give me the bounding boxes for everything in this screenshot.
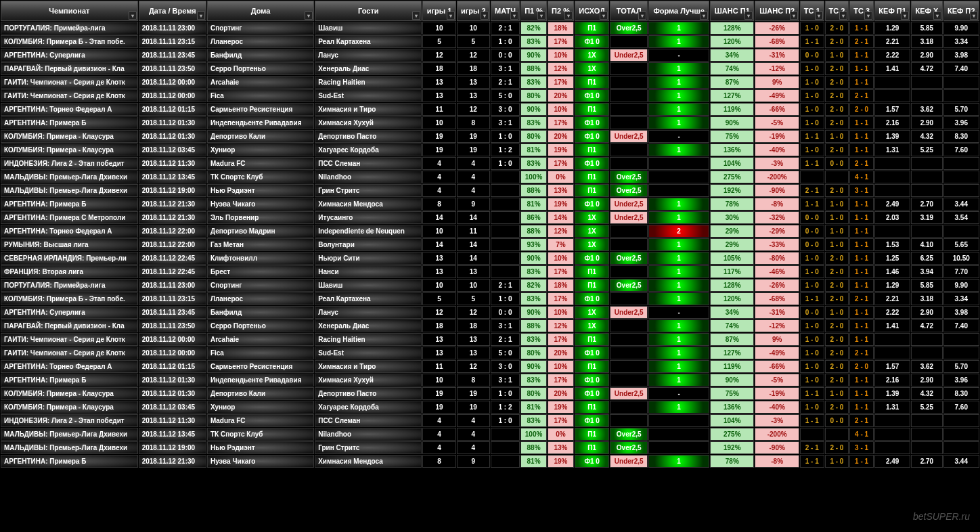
p2-pct: 10% (548, 360, 574, 373)
away-team: Депортиво Пасто (315, 387, 422, 400)
match-score (491, 198, 520, 210)
col-header[interactable]: игры 2 (457, 1, 490, 21)
table-row[interactable]: АРГЕНТИНА: Примера Б2018.11.12 21:30Нуэв… (1, 198, 979, 210)
table-row[interactable]: МАЛЬДИВЫ: Премьер-Лига Дхивехи2018.11.12… (1, 184, 979, 197)
filter-dropdown-icon[interactable] (481, 12, 489, 20)
col-header[interactable]: ИСХОД (575, 1, 609, 21)
championship: АРГЕНТИНА: Суперлига (1, 49, 138, 62)
filter-dropdown-icon[interactable] (970, 12, 978, 20)
table-row[interactable]: АРГЕНТИНА: Суперлига2018.11.11 23:45Банф… (1, 306, 979, 319)
col-header[interactable]: ШАНС П2 (755, 1, 799, 21)
ts2: 0 - 0 (825, 414, 849, 427)
chance-p1: 87% (710, 76, 754, 89)
col-header[interactable]: Гости (315, 1, 422, 21)
filter-dropdown-icon[interactable] (447, 12, 455, 20)
championship: ПОРТУГАЛИЯ: Примейра-лига (1, 22, 138, 35)
col-header[interactable]: КЕФ П1 (874, 1, 910, 21)
table-row[interactable]: ГАИТИ: Чемпионат - Серия де Клотк2018.11… (1, 347, 979, 359)
col-header[interactable]: ТОТАЛ (610, 1, 648, 21)
table-row[interactable]: КОЛУМБИЯ: Примера Б - Этап побе.2018.11.… (1, 292, 979, 305)
table-row[interactable]: АРГЕНТИНА: Примера Б2018.11.12 01:30Инде… (1, 374, 979, 386)
table-row[interactable]: ПАРАГВАЙ: Первый дивизион - Кла2018.11.1… (1, 319, 979, 332)
table-row[interactable]: ГАИТИ: Чемпионат - Серия де Клотк2018.11… (1, 333, 979, 346)
col-header[interactable]: ТС 2 (825, 1, 849, 21)
filter-dropdown-icon[interactable] (901, 12, 909, 20)
table-row[interactable]: МАЛЬДИВЫ: Премьер-Лига Дхивехи2018.11.12… (1, 428, 979, 441)
col-header[interactable]: П2 % (548, 1, 574, 21)
filter-dropdown-icon[interactable] (864, 12, 872, 20)
col-header[interactable]: игры 1 (422, 1, 455, 21)
col-header[interactable]: Дата / Время (139, 1, 206, 21)
ts1: 1 - 0 (800, 76, 824, 89)
table-row[interactable]: АРГЕНТИНА: Примера Б2018.11.12 21:30Нуэв… (1, 455, 979, 468)
match-score (491, 252, 520, 265)
chance-p1: 78% (710, 455, 754, 468)
away-team: Грин Стритс (315, 441, 422, 454)
filter-dropdown-icon[interactable] (129, 12, 137, 20)
table-row[interactable]: АРГЕНТИНА: Торнео Федерал А2018.11.12 22… (1, 225, 979, 238)
filter-dropdown-icon[interactable] (638, 12, 646, 20)
col-header[interactable]: МАТЧ (491, 1, 520, 21)
col-header[interactable]: Чемпионат (1, 1, 138, 21)
table-row[interactable]: РУМЫНИЯ: Высшая лига2018.11.12 22:00Газ … (1, 238, 979, 251)
filter-dropdown-icon[interactable] (197, 12, 205, 20)
table-row[interactable]: КОЛУМБИЯ: Примера - Клаусура2018.11.12 0… (1, 130, 979, 143)
p1-pct: 88% (520, 62, 547, 75)
table-row[interactable]: КОЛУМБИЯ: Примера - Клаусура2018.11.12 0… (1, 143, 979, 156)
total: Under2,5 (610, 387, 648, 400)
col-header[interactable]: ТС 1 (800, 1, 824, 21)
col-header[interactable]: Форма Лучше (648, 1, 709, 21)
filter-dropdown-icon[interactable] (744, 12, 753, 20)
table-row[interactable]: АРГЕНТИНА: Торнео Федерал А2018.11.12 01… (1, 103, 979, 116)
filter-dropdown-icon[interactable] (815, 12, 823, 20)
p1-pct: 88% (520, 184, 547, 197)
col-header[interactable]: КЕФ П2 (943, 1, 979, 21)
filter-dropdown-icon[interactable] (537, 12, 545, 20)
table-row[interactable]: ГАИТИ: Чемпионат - Серия де Клотк2018.11… (1, 76, 979, 89)
filter-dropdown-icon[interactable] (510, 12, 518, 20)
p1-pct: 80% (520, 387, 547, 400)
coef-p1: 1.39 (874, 130, 910, 143)
table-row[interactable]: АРГЕНТИНА: Торнео Федерал А2018.11.12 01… (1, 360, 979, 373)
home-team: Серро Портеньо (207, 319, 314, 332)
chance-p2: -3% (755, 157, 799, 170)
coef-x (911, 89, 942, 102)
table-row[interactable]: КОЛУМБИЯ: Примера - Клаусура2018.11.12 0… (1, 401, 979, 414)
table-row[interactable]: КОЛУМБИЯ: Примера Б - Этап побе.2018.11.… (1, 35, 979, 48)
col-header[interactable]: КЕФ X (911, 1, 942, 21)
games-2: 12 (457, 49, 490, 62)
filter-dropdown-icon[interactable] (839, 12, 847, 20)
col-header[interactable]: ТС 3 (849, 1, 874, 21)
ts3: 1 - 1 (849, 198, 874, 210)
table-row[interactable]: ПАРАГВАЙ: Первый дивизион - Кла2018.11.1… (1, 62, 979, 75)
ts1: 1 - 0 (800, 89, 824, 102)
p2-pct: 19% (548, 198, 574, 210)
filter-dropdown-icon[interactable] (600, 12, 608, 20)
col-header[interactable]: ШАНС П1 (710, 1, 754, 21)
filter-dropdown-icon[interactable] (933, 12, 941, 20)
table-row[interactable]: ПОРТУГАЛИЯ: Примейра-лига2018.11.11 23:0… (1, 279, 979, 292)
table-row[interactable]: ПОРТУГАЛИЯ: Примейра-лига2018.11.11 23:0… (1, 22, 979, 35)
table-row[interactable]: АРГЕНТИНА: Примера С Метрополи2018.11.12… (1, 211, 979, 224)
filter-dropdown-icon[interactable] (700, 12, 708, 20)
table-row[interactable]: СЕВЕРНАЯ ИРЛАНДИЯ: Премьер-ли2018.11.12 … (1, 252, 979, 265)
table-row[interactable]: ГАИТИ: Чемпионат - Серия де Клотк2018.11… (1, 89, 979, 102)
table-row[interactable]: АРГЕНТИНА: Суперлига2018.11.11 23:45Банф… (1, 49, 979, 62)
table-row[interactable]: АРГЕНТИНА: Примера Б2018.11.12 01:30Инде… (1, 116, 979, 129)
col-header[interactable]: П1 % (520, 1, 547, 21)
filter-dropdown-icon[interactable] (790, 12, 798, 20)
chance-p2: -5% (755, 374, 799, 386)
table-row[interactable]: ФРАНЦИЯ: Вторая лига2018.11.12 22:45Брес… (1, 265, 979, 278)
chance-p2: -66% (755, 360, 799, 373)
filter-dropdown-icon[interactable] (305, 12, 313, 20)
total (610, 225, 648, 238)
total: Over2,5 (610, 171, 648, 183)
filter-dropdown-icon[interactable] (564, 12, 573, 20)
table-row[interactable]: ИНДОНЕЗИЯ: Лига 2 - Этап победит2018.11.… (1, 414, 979, 427)
table-row[interactable]: МАЛЬДИВЫ: Премьер-Лига Дхивехи2018.11.12… (1, 171, 979, 183)
table-row[interactable]: КОЛУМБИЯ: Примера - Клаусура2018.11.12 0… (1, 387, 979, 400)
table-row[interactable]: МАЛЬДИВЫ: Премьер-Лига Дхивехи2018.11.12… (1, 441, 979, 454)
filter-dropdown-icon[interactable] (412, 12, 420, 20)
table-row[interactable]: ИНДОНЕЗИЯ: Лига 2 - Этап победит2018.11.… (1, 157, 979, 170)
col-header[interactable]: Дома (207, 1, 314, 21)
